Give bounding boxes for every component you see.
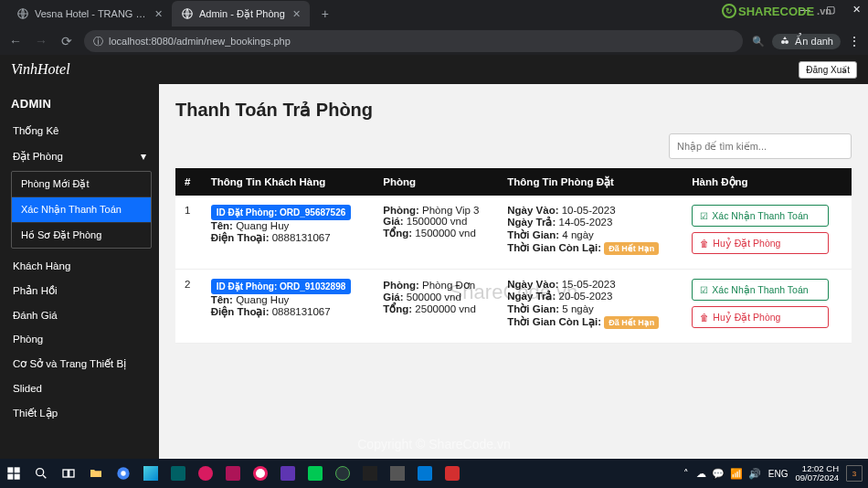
app-icon-9[interactable] [356, 459, 384, 488]
order-id-badge: ID Đặt Phòng: ORD_95687526 [211, 205, 352, 220]
table-row: 1 ID Đặt Phòng: ORD_95687526 Tên: Quang … [175, 196, 852, 270]
task-view-icon[interactable] [55, 459, 82, 488]
url-text: localhost:8080/admin/new_bookings.php [109, 36, 291, 47]
reload-icon[interactable]: ⟳ [58, 34, 75, 48]
sidebar-item-feedback[interactable]: Phản Hồi [0, 278, 159, 303]
confirm-payment-button[interactable]: ☑Xác Nhận Thanh Toán [692, 279, 829, 301]
app-icon-7[interactable] [302, 459, 329, 488]
message-icon[interactable]: 💬 [712, 468, 725, 480]
app-icon-3[interactable] [192, 459, 219, 488]
tab-title: Vesna Hotel - TRANG CHỦ [35, 8, 147, 20]
cancel-booking-button[interactable]: 🗑Huỷ Đặt Phòng [692, 232, 829, 254]
forward-icon[interactable]: → [33, 34, 49, 48]
sidebar-item-settings[interactable]: Thiết Lập [0, 400, 159, 426]
th-customer: Thông Tin Khách Hàng [202, 168, 375, 196]
th-room: Phòng [374, 168, 498, 196]
globe-icon [16, 7, 29, 20]
svg-rect-4 [7, 474, 13, 480]
site-info-icon[interactable]: ⓘ [93, 35, 103, 48]
search-shortcut-icon[interactable]: 🔍 [752, 36, 765, 48]
cell-customer: ID Đặt Phòng: ORD_91032898 Tên: Quang Hu… [202, 270, 375, 344]
order-id-badge: ID Đặt Phòng: ORD_91032898 [211, 279, 352, 294]
table-row: 2 ID Đặt Phòng: ORD_91032898 Tên: Quang … [175, 270, 852, 344]
logout-button[interactable]: Đăng Xuất [799, 61, 857, 79]
sidebar-item-slides[interactable]: Slided [0, 377, 159, 400]
app-icon-2[interactable] [164, 459, 192, 488]
sidebar-item-facilities[interactable]: Cơ Sở và Trang Thiết Bị [0, 351, 159, 377]
cell-room: Phòng: Phòng Vip 3 Giá: 1500000 vnd Tổng… [374, 196, 498, 270]
sidebar-item-booking[interactable]: Đặt Phòng ▾ [0, 143, 159, 169]
browser-tab-active[interactable]: Admin - Đặt Phòng ✕ [172, 1, 310, 27]
main-content: Thanh Toán Trả Phòng # Thông Tin Khách H… [159, 84, 868, 459]
cloud-icon[interactable]: ☁ [696, 468, 706, 480]
close-icon[interactable]: ✕ [154, 8, 163, 20]
search-input[interactable] [669, 133, 852, 159]
vscode-icon[interactable] [411, 459, 439, 488]
app-icon-11[interactable] [439, 459, 466, 488]
explorer-icon[interactable] [82, 459, 110, 488]
submenu-confirm-payment[interactable]: Xác Nhận Thanh Toán [12, 197, 151, 223]
tab-title: Admin - Đặt Phòng [199, 8, 285, 20]
clock[interactable]: 12:02 CH 09/07/2024 [795, 464, 839, 483]
app-icon-10[interactable] [384, 459, 411, 488]
back-icon[interactable]: ← [7, 34, 24, 48]
cancel-booking-button[interactable]: 🗑Huỷ Đặt Phòng [692, 306, 829, 328]
sidebar-item-customers[interactable]: Khách Hàng [0, 254, 159, 278]
check-icon: ☑ [700, 285, 708, 295]
submenu-new-bookings[interactable]: Phòng Mới Đặt [12, 172, 151, 197]
wifi-icon[interactable]: 📶 [730, 468, 743, 480]
cell-customer: ID Đặt Phòng: ORD_95687526 Tên: Quang Hu… [202, 196, 375, 270]
incognito-badge[interactable]: Ẩn danh [772, 34, 841, 49]
cell-booking: Ngày Vào: 10-05-2023 Ngày Trả: 14-05-202… [498, 196, 683, 270]
cell-index: 1 [175, 196, 202, 270]
svg-rect-2 [7, 467, 13, 472]
language-indicator[interactable]: ENG [768, 469, 789, 479]
app-icon-4[interactable] [219, 459, 247, 488]
page-title: Thanh Toán Trả Phòng [175, 99, 852, 121]
svg-rect-3 [15, 467, 20, 472]
sidebar: ADMIN Thống Kê Đặt Phòng ▾ Phòng Mới Đặt… [0, 84, 159, 459]
sidebar-submenu-booking: Phòng Mới Đặt Xác Nhận Thanh Toán Hồ Sơ … [11, 171, 152, 249]
svg-point-10 [121, 471, 125, 475]
new-tab-button[interactable]: + [315, 6, 335, 21]
cell-booking: Ngày Vào: 15-05-2023 Ngày Trả: 20-05-202… [498, 270, 683, 344]
sidebar-item-rooms[interactable]: Phòng [0, 327, 159, 351]
sidebar-heading: ADMIN [0, 91, 159, 118]
chrome-icon[interactable] [110, 459, 137, 488]
tray-chevron-icon[interactable]: ˄ [683, 468, 689, 480]
close-icon[interactable]: ✕ [292, 8, 301, 20]
sidebar-item-reviews[interactable]: Đánh Giá [0, 303, 159, 327]
app-icon-6[interactable] [274, 459, 302, 488]
browser-chrome: Vesna Hotel - TRANG CHỦ ✕ Admin - Đặt Ph… [0, 0, 868, 55]
browser-menu-icon[interactable]: ⋮ [848, 34, 861, 48]
trash-icon: 🗑 [700, 239, 709, 249]
app-icon-5[interactable] [247, 459, 274, 488]
url-input[interactable]: ⓘ localhost:8080/admin/new_bookings.php [84, 30, 743, 52]
th-booking: Thông Tin Phòng Đặt [498, 168, 683, 196]
search-icon[interactable] [27, 459, 55, 488]
volume-icon[interactable]: 🔊 [748, 468, 761, 480]
th-index: # [175, 168, 202, 196]
close-window-icon[interactable]: ✕ [850, 4, 863, 16]
maximize-icon[interactable]: ▢ [824, 4, 837, 16]
submenu-booking-profile[interactable]: Hồ Sơ Đặt Phòng [12, 223, 151, 248]
app-topbar: VinhHotel Đăng Xuất [0, 55, 868, 84]
cell-action: ☑Xác Nhận Thanh Toán 🗑Huỷ Đặt Phòng [683, 196, 852, 270]
incognito-icon [779, 36, 790, 47]
th-action: Hành Động [683, 168, 852, 196]
expired-badge: Đã Hết Hạn [604, 242, 659, 255]
tab-bar: Vesna Hotel - TRANG CHỦ ✕ Admin - Đặt Ph… [0, 0, 868, 27]
app-icon-1[interactable] [137, 459, 164, 488]
browser-tab[interactable]: Vesna Hotel - TRANG CHỦ ✕ [7, 1, 172, 27]
minimize-icon[interactable]: — [799, 4, 811, 16]
confirm-payment-button[interactable]: ☑Xác Nhận Thanh Toán [692, 205, 829, 227]
brand-logo[interactable]: VinhHotel [11, 61, 70, 78]
svg-rect-8 [69, 470, 74, 477]
check-icon: ☑ [700, 211, 708, 221]
app-icon-8[interactable] [329, 459, 356, 488]
notification-icon[interactable]: 3 [846, 465, 863, 482]
start-button[interactable] [0, 459, 27, 488]
sidebar-item-stats[interactable]: Thống Kê [0, 118, 159, 143]
cell-index: 2 [175, 270, 202, 344]
address-bar: ← → ⟳ ⓘ localhost:8080/admin/new_booking… [0, 27, 868, 55]
